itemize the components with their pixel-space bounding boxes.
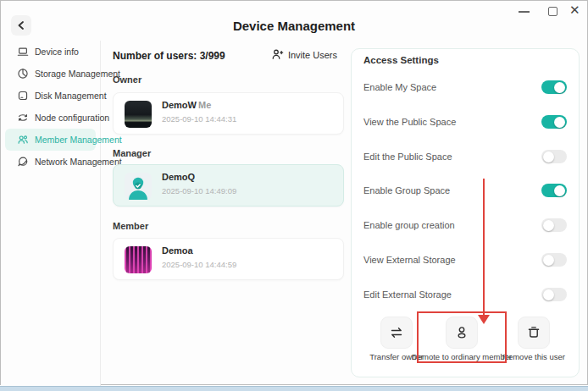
invite-users-label: Invite Users [288, 50, 337, 60]
sidebar-item-label: Device info [35, 47, 79, 57]
sidebar-item-label: Node configuration [35, 113, 109, 123]
sidebar-item-label: Disk Management [35, 91, 107, 101]
annotation-highlight-box [417, 311, 507, 363]
network-icon [17, 156, 29, 168]
background-window-edge [0, 386, 588, 391]
laptop-icon [17, 46, 29, 58]
sidebar-item-node-configuration[interactable]: Node configuration [5, 107, 96, 129]
toggle-view-external-storage[interactable] [541, 253, 567, 267]
avatar [125, 101, 152, 128]
avatar [125, 173, 152, 200]
remove-user-label: Remove this user [502, 352, 565, 361]
toggle-edit-external-storage[interactable] [541, 288, 567, 301]
sidebar-item-storage-management[interactable]: Storage Management [5, 63, 96, 85]
toggle-label: Enable My Space [363, 82, 436, 92]
user-name: DemoQ [162, 172, 195, 182]
user-card-demoq[interactable]: DemoQ 2025-09-10 14:49:09 [113, 164, 344, 207]
user-card-demoa[interactable]: Demoa 2025-09-10 14:44:59 [113, 238, 344, 280]
toggle-enable-my-space[interactable] [541, 80, 567, 94]
trash-icon [526, 325, 541, 340]
toggle-view-public-space[interactable] [541, 115, 567, 129]
toggle-enable-group-space[interactable] [541, 184, 567, 197]
transfer-arrows-icon [389, 325, 404, 340]
toggle-row-edit-public-space: Edit the Public Space [363, 148, 567, 165]
me-badge: Me [198, 100, 211, 110]
user-timestamp: 2025-09-10 14:44:31 [162, 114, 236, 124]
remove-user-button[interactable] [518, 317, 550, 349]
nodes-icon [17, 112, 29, 124]
user-name: Demoa [162, 245, 193, 256]
page-title: Device Management [1, 19, 587, 33]
invite-user-icon [271, 48, 284, 61]
access-settings-title: Access Settings [363, 55, 439, 65]
sidebar-item-member-management[interactable]: Member Management [5, 129, 96, 151]
transfer-owner-button[interactable] [380, 317, 413, 349]
role-header-owner: Owner [113, 74, 141, 85]
close-button[interactable]: ✕ [569, 3, 580, 18]
toggle-label: Enable Group Space [363, 185, 450, 196]
toggle-label: Edit the Public Space [363, 151, 452, 162]
annotation-arrow-line [483, 179, 485, 316]
members-panel: Number of users: 3/999 Invite Users Owne… [101, 41, 351, 386]
role-header-member: Member [113, 221, 148, 231]
toggle-row-enable-group-creation: Enable group creation [363, 217, 567, 234]
sidebar: Device info Storage Management Disk Mana… [1, 41, 101, 386]
minimize-button[interactable] [519, 11, 530, 13]
role-header-manager: Manager [113, 148, 151, 158]
maximize-button[interactable] [548, 7, 557, 16]
sidebar-item-device-info[interactable]: Device info [5, 41, 96, 63]
user-card-demow[interactable]: DemoW Me 2025-09-10 14:44:31 [113, 92, 344, 135]
toggle-label: View the Public Space [363, 117, 456, 127]
pie-chart-icon [17, 68, 29, 80]
toggle-row-enable-my-space: Enable My Space [363, 79, 567, 96]
toggle-label: View External Storage [363, 255, 456, 265]
device-management-window: Device Management ✕ Device info Storage … [0, 0, 588, 385]
toggle-row-view-public-space: View the Public Space [363, 113, 567, 130]
user-name: DemoW [162, 100, 197, 110]
sidebar-item-disk-management[interactable]: Disk Management [5, 85, 96, 107]
toggle-label: Edit External Storage [363, 289, 452, 300]
person-check-avatar-icon [125, 173, 152, 200]
toggle-row-enable-group-space: Enable Group Space [363, 182, 567, 199]
invite-users-button[interactable]: Invite Users [271, 48, 337, 61]
users-count: Number of users: 3/999 [113, 50, 225, 62]
toggle-row-edit-external-storage: Edit External Storage [363, 286, 567, 303]
toggle-edit-public-space[interactable] [541, 150, 567, 163]
toggle-enable-group-creation[interactable] [541, 218, 567, 232]
disk-icon [17, 90, 29, 102]
titlebar: Device Management ✕ [1, 1, 587, 41]
members-icon [17, 134, 29, 146]
sidebar-item-network-management[interactable]: Network Management [5, 151, 96, 173]
avatar [125, 246, 152, 273]
toggle-label: Enable group creation [363, 220, 455, 230]
user-timestamp: 2025-09-10 14:44:59 [162, 260, 236, 269]
user-timestamp: 2025-09-10 14:49:09 [162, 186, 236, 196]
toggle-row-view-external-storage: View External Storage [363, 251, 567, 268]
